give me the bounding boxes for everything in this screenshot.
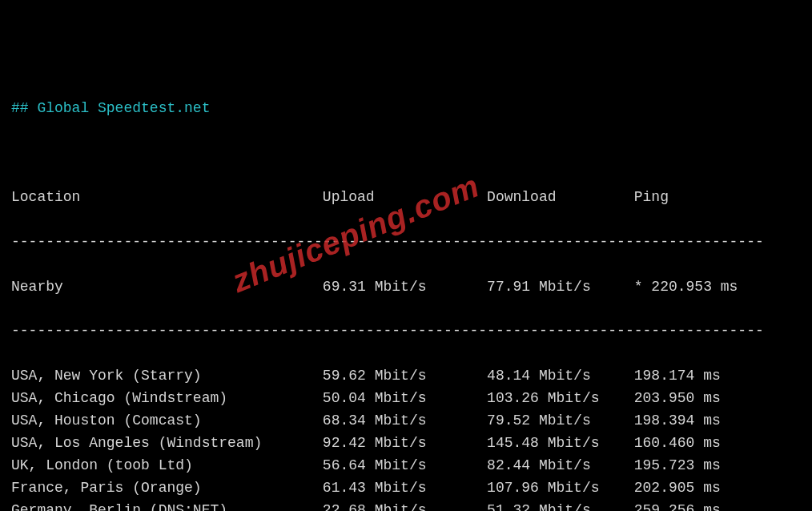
table-row: USA, Los Angeles (Windstream) 92.42 Mbit… — [11, 433, 801, 455]
table-row: UK, London (toob Ltd) 56.64 Mbit/s 82.44… — [11, 455, 801, 477]
table-header: Location Upload Download Ping — [11, 187, 801, 209]
table-row: Nearby 69.31 Mbit/s 77.91 Mbit/s * 220.9… — [11, 276, 801, 299]
table-row: USA, Houston (Comcast) 68.34 Mbit/s 79.5… — [11, 410, 801, 433]
table-row: France, Paris (Orange) 61.43 Mbit/s 107.… — [11, 477, 801, 500]
divider: ----------------------------------------… — [11, 320, 801, 343]
table-row: USA, Chicago (Windstream) 50.04 Mbit/s 1… — [11, 388, 801, 410]
table-row: USA, New York (Starry) 59.62 Mbit/s 48.1… — [11, 365, 801, 388]
blank-line — [11, 142, 801, 164]
section-title: ## Global Speedtest.net — [11, 98, 801, 120]
table-row: Germany, Berlin (DNS:NET) 22.68 Mbit/s 5… — [11, 500, 801, 511]
divider: ----------------------------------------… — [11, 231, 801, 254]
